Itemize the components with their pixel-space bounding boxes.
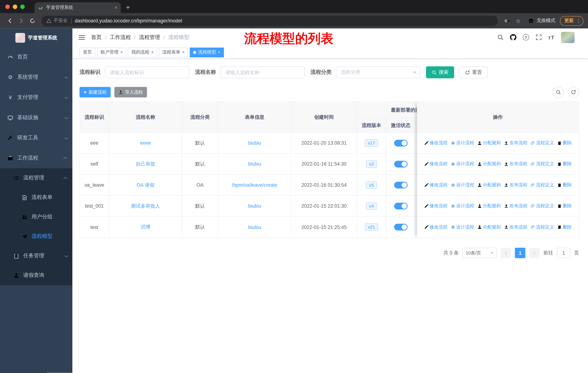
version-badge[interactable]: v21	[365, 223, 378, 231]
delete-link[interactable]: 删除	[557, 182, 572, 188]
reset-button[interactable]: 重置	[459, 66, 488, 78]
sidebar-item-user-group[interactable]: 用户分组	[0, 207, 72, 227]
sidebar-item-infrastructure[interactable]: 基础设施	[0, 107, 72, 128]
design-process-link[interactable]: 设计流程	[451, 224, 474, 230]
search-icon[interactable]	[497, 34, 504, 40]
browser-tab[interactable]: 芋道管理系统 ×	[34, 2, 121, 13]
sidebar-item-workflow[interactable]: 工作流程	[0, 148, 72, 168]
window-minimize-button[interactable]	[13, 4, 17, 9]
address-bar[interactable]: 不安全 dashboard.yudao.iocoder.cn/bpm/manag…	[41, 15, 498, 26]
breadcrumb-home[interactable]: 首页	[91, 34, 102, 40]
bookmark-star-icon[interactable]: ☆	[513, 15, 524, 26]
back-button[interactable]	[5, 15, 15, 26]
reload-button[interactable]	[27, 15, 38, 26]
sidebar-item-task-management[interactable]: 任务管理	[0, 246, 72, 266]
tag-close-icon[interactable]: ×	[218, 50, 220, 54]
active-toggle[interactable]	[394, 181, 407, 188]
delete-link[interactable]: 删除	[557, 203, 572, 209]
refresh-table-button[interactable]	[568, 87, 579, 98]
version-badge[interactable]: v4	[366, 202, 377, 210]
app-logo[interactable]: 芋道管理系统	[0, 28, 72, 47]
modify-process-link[interactable]: 修改流程	[424, 140, 448, 146]
tag-home[interactable]: 首页	[79, 47, 95, 57]
form-info-link[interactable]: biubiu	[248, 224, 261, 230]
prev-page-button[interactable]: ‹	[501, 248, 511, 258]
process-name-link[interactable]: 测试多审批人	[131, 202, 160, 209]
process-name-link[interactable]: OA 请假	[136, 181, 154, 188]
design-process-link[interactable]: 设计流程	[451, 161, 474, 167]
delete-link[interactable]: 删除	[557, 140, 572, 146]
browser-menu-icon[interactable]: ⋮	[576, 18, 581, 24]
assign-rule-link[interactable]: 分配规则	[477, 182, 501, 188]
active-toggle[interactable]	[394, 161, 407, 167]
tag-tenant[interactable]: 租户管理 ×	[97, 47, 126, 57]
update-button[interactable]: 更新 ⋮	[560, 16, 584, 26]
process-name-link[interactable]: 自己审批	[136, 161, 155, 167]
version-badge[interactable]: v17	[365, 139, 378, 147]
hamburger-icon[interactable]	[78, 34, 85, 40]
toggle-search-button[interactable]	[553, 87, 564, 98]
assign-rule-link[interactable]: 分配规则	[477, 203, 501, 209]
tag-close-icon[interactable]: ×	[120, 50, 123, 54]
breadcrumb-workflow[interactable]: 工作流程	[110, 34, 131, 40]
process-name-link[interactable]: eeee	[140, 140, 151, 146]
publish-process-link[interactable]: 发布流程	[504, 161, 527, 167]
tag-my-process[interactable]: 我的流程 ×	[128, 47, 157, 57]
publish-process-link[interactable]: 发布流程	[504, 140, 527, 146]
incognito-badge[interactable]: 无痕模式	[528, 18, 555, 24]
assign-rule-link[interactable]: 分配规则	[477, 224, 501, 230]
help-icon[interactable]: ?	[523, 34, 529, 40]
github-icon[interactable]	[510, 34, 516, 40]
password-key-icon[interactable]	[502, 15, 512, 26]
assign-rule-link[interactable]: 分配规则	[477, 161, 501, 167]
import-process-button[interactable]: 导入流程	[115, 87, 147, 97]
active-toggle[interactable]	[394, 140, 407, 146]
design-process-link[interactable]: 设计流程	[451, 182, 474, 188]
design-process-link[interactable]: 设计流程	[451, 203, 474, 209]
sidebar-item-devtools[interactable]: 研发工具	[0, 128, 72, 148]
process-definition-link[interactable]: 流程定义	[530, 161, 554, 167]
process-definition-link[interactable]: 流程定义	[530, 140, 554, 146]
sidebar-item-system[interactable]: ⚙ 系统管理	[0, 67, 72, 87]
sidebar-item-home[interactable]: 首页	[0, 47, 72, 67]
delete-link[interactable]: 删除	[557, 161, 572, 167]
current-page-button[interactable]: 1	[515, 248, 525, 258]
process-name-link[interactable]: 滔博	[141, 224, 150, 230]
page-size-select[interactable]: 10条/页	[462, 248, 497, 258]
publish-process-link[interactable]: 发布流程	[504, 224, 527, 230]
user-avatar[interactable]	[561, 32, 575, 43]
goto-page-input[interactable]	[557, 248, 570, 258]
sidebar-item-leave-query[interactable]: 请假查询	[0, 266, 72, 285]
tag-close-icon[interactable]: ×	[182, 50, 185, 54]
sidebar-item-payment[interactable]: ¥ 支付管理	[0, 87, 72, 107]
modify-process-link[interactable]: 修改流程	[424, 182, 448, 188]
tag-close-icon[interactable]: ×	[151, 50, 154, 54]
process-definition-link[interactable]: 流程定义	[530, 224, 554, 230]
fullscreen-icon[interactable]	[535, 34, 542, 40]
forward-button[interactable]	[16, 15, 26, 26]
design-process-link[interactable]: 设计流程	[451, 140, 474, 146]
modify-process-link[interactable]: 修改流程	[424, 203, 448, 209]
form-info-link[interactable]: biubiu	[248, 203, 261, 209]
new-tab-button[interactable]: +	[126, 4, 130, 12]
sidebar-item-process-management[interactable]: 流程管理	[0, 168, 72, 188]
active-toggle[interactable]	[394, 202, 407, 209]
process-definition-link[interactable]: 流程定义	[530, 203, 554, 209]
form-info-link[interactable]: /bpm/oa/leave/create	[232, 182, 277, 188]
window-close-button[interactable]	[5, 4, 10, 9]
delete-link[interactable]: 删除	[557, 224, 572, 230]
form-info-link[interactable]: biubiu	[248, 140, 261, 146]
tag-process-form[interactable]: 流程表单 ×	[159, 47, 188, 57]
publish-process-link[interactable]: 发布流程	[504, 182, 527, 188]
tag-process-model[interactable]: 流程模型 ×	[190, 47, 224, 57]
version-badge[interactable]: v5	[366, 181, 377, 189]
font-size-icon[interactable]: тT	[548, 34, 555, 40]
process-definition-link[interactable]: 流程定义	[530, 182, 554, 188]
modify-process-link[interactable]: 修改流程	[424, 161, 448, 167]
process-name-input[interactable]	[220, 66, 305, 78]
sidebar-item-process-form[interactable]: 流程表单	[0, 188, 72, 207]
active-toggle[interactable]	[394, 224, 407, 230]
publish-process-link[interactable]: 发布流程	[504, 203, 527, 209]
next-page-button[interactable]: ›	[529, 248, 540, 258]
process-key-input[interactable]	[105, 66, 189, 78]
